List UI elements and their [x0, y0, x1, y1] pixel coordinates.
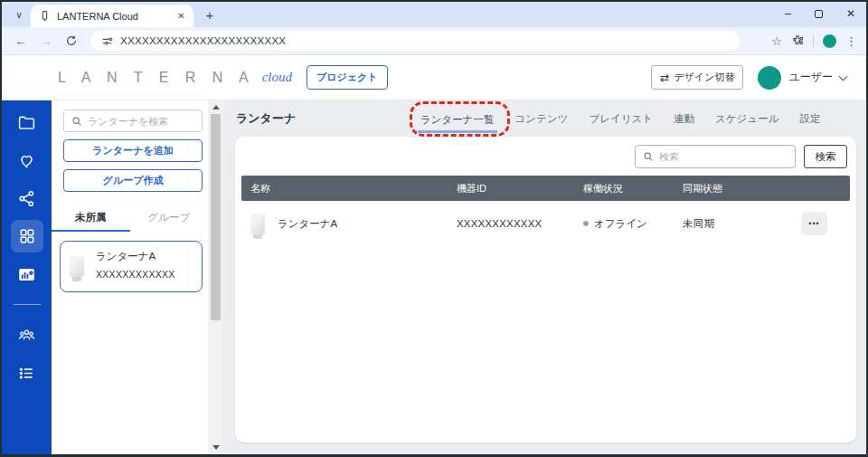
icon-rail [2, 100, 52, 454]
device-id: XXXXXXXXXXXX [96, 269, 175, 280]
browser-toolbar: ← → XXXXXXXXXXXXXXXXXXXXXXX ☆ ⋮ [2, 27, 866, 55]
row-sync-state: 未同期 [683, 217, 801, 231]
sidebar-item-share[interactable] [17, 188, 37, 208]
extensions-icon[interactable] [791, 34, 804, 47]
main-header: ランターナ ランターナ一覧 コンテンツ プレイリスト 連動 スケジュール 設定 [223, 100, 866, 137]
list-icon [17, 364, 36, 383]
device-list-item[interactable]: ランターナA XXXXXXXXXXXX [60, 241, 203, 292]
app-logo-cloud: cloud [262, 70, 292, 85]
tab-schedule[interactable]: スケジュール [715, 112, 778, 126]
sidebar-item-analytics[interactable] [17, 264, 37, 284]
tab-close-icon[interactable]: ✕ [175, 9, 188, 23]
table-search-input[interactable] [659, 151, 788, 162]
window-controls: – ✕ [785, 2, 861, 25]
bookmark-star-icon[interactable]: ☆ [771, 34, 782, 48]
table-row[interactable]: ランターナA XXXXXXXXXXXX オフライン 未同期 ••• [241, 201, 850, 246]
column-sync: 同期状態 [683, 182, 801, 195]
scrollbar-thumb[interactable] [211, 114, 221, 320]
search-button[interactable]: 検索 [804, 145, 847, 168]
browser-tab[interactable]: LANTERNA Cloud ✕ [31, 5, 193, 27]
tab-search-button[interactable]: ∨ [7, 5, 31, 24]
maximize-button[interactable] [815, 10, 823, 18]
scroll-down-icon[interactable] [208, 445, 223, 450]
device-name: ランターナA [96, 250, 175, 263]
offline-status-dot-icon [583, 221, 589, 226]
design-switch-button[interactable]: ⇄ デザイン切替 [651, 65, 743, 90]
tab-contents[interactable]: コンテンツ [515, 112, 569, 126]
sidebar-item-favorites[interactable] [17, 150, 37, 170]
sidebar-item-devices-active[interactable] [11, 220, 43, 252]
site-favicon-icon [39, 10, 51, 22]
panel-tabs: 未所属 グループ [52, 205, 208, 232]
ellipsis-icon: ••• [808, 219, 819, 228]
reload-button[interactable] [61, 31, 81, 51]
column-name: 名称 [250, 182, 457, 195]
row-menu-button[interactable]: ••• [801, 212, 827, 235]
lantern-device-icon [70, 256, 84, 277]
user-menu-label[interactable]: ユーザー [788, 70, 833, 85]
forward-button[interactable]: → [36, 31, 56, 51]
row-device-id: XXXXXXXXXXXX [457, 218, 583, 229]
heart-icon [17, 151, 36, 170]
tab-device-list[interactable]: ランターナ一覧 [420, 114, 495, 125]
reload-icon [65, 34, 78, 47]
sidebar-item-folder[interactable] [17, 112, 37, 132]
user-avatar[interactable] [758, 66, 781, 90]
panel-scrollbar[interactable] [208, 100, 223, 454]
share-icon [17, 189, 36, 208]
user-chevron-down-icon[interactable] [839, 71, 848, 81]
app-logo: L A N T E R N A [58, 70, 255, 86]
tab-group[interactable]: グループ [130, 205, 209, 232]
toolbar-divider [813, 34, 814, 47]
url-text[interactable]: XXXXXXXXXXXXXXXXXXXXXXX [120, 35, 286, 46]
chevron-down-icon: ∨ [15, 9, 23, 21]
lantern-device-icon [250, 214, 265, 234]
search-icon [71, 116, 82, 127]
column-device-id: 機器ID [457, 182, 583, 195]
device-search-box [63, 109, 203, 132]
close-button[interactable]: ✕ [846, 8, 855, 19]
scroll-up-icon[interactable] [208, 105, 223, 109]
row-status: オフライン [594, 217, 647, 231]
row-name-cell: ランターナA [250, 214, 457, 234]
main-content: ランターナ ランターナ一覧 コンテンツ プレイリスト 連動 スケジュール 設定 [223, 100, 866, 454]
rail-divider [14, 304, 41, 305]
sidebar-item-log[interactable] [17, 363, 37, 383]
design-switch-label: デザイン切替 [674, 71, 734, 84]
page-title: ランターナ [236, 110, 296, 127]
create-group-button[interactable]: グループ作成 [63, 169, 203, 192]
main-tabs: ランターナ一覧 コンテンツ プレイリスト 連動 スケジュール 設定 [420, 100, 820, 137]
search-icon [643, 151, 654, 162]
tab-device-list-wrap: ランターナ一覧 [420, 110, 495, 127]
toolbar-right: ☆ ⋮ [771, 34, 857, 48]
sidebar-item-users[interactable] [17, 325, 37, 345]
tab-playlist[interactable]: プレイリスト [589, 112, 653, 126]
active-tab-underline [418, 130, 497, 133]
browser-tab-strip: ∨ LANTERNA Cloud ✕ + – ✕ [2, 2, 866, 27]
browser-menu-icon[interactable]: ⋮ [845, 34, 857, 48]
tab-title: LANTERNA Cloud [57, 11, 168, 22]
table-toolbar: 検索 [235, 137, 856, 176]
project-button[interactable]: プロジェクト [307, 65, 388, 90]
row-status-cell: オフライン [583, 217, 683, 231]
minimize-button[interactable]: – [785, 8, 791, 19]
analytics-icon [17, 265, 36, 284]
device-search-input[interactable] [88, 116, 194, 127]
site-settings-icon[interactable] [101, 35, 113, 47]
table-search-box [635, 145, 796, 168]
app-header: L A N T E R N A cloud プロジェクト ⇄ デザイン切替 ユー… [2, 55, 866, 100]
device-table-card: 検索 名称 機器ID 稼働状況 同期状態 ランターナA XXXXXXXXXXXX [235, 137, 856, 443]
browser-profile-avatar[interactable] [823, 34, 836, 48]
new-tab-button[interactable]: + [199, 4, 221, 25]
device-info: ランターナA XXXXXXXXXXXX [96, 250, 175, 283]
back-button[interactable]: ← [11, 31, 31, 51]
folder-icon [17, 113, 36, 132]
tab-link[interactable]: 連動 [674, 112, 694, 126]
browser-window: ∨ LANTERNA Cloud ✕ + – ✕ ← → XXXXXXXXXXX… [0, 0, 868, 457]
device-panel: ランターナを追加 グループ作成 未所属 グループ ランターナA XXXXXXXX… [52, 100, 208, 454]
address-bar[interactable]: XXXXXXXXXXXXXXXXXXXXXXX [90, 31, 740, 51]
tab-settings[interactable]: 設定 [799, 112, 820, 126]
people-icon [17, 326, 36, 345]
add-device-button[interactable]: ランターナを追加 [63, 139, 203, 162]
tab-unassigned[interactable]: 未所属 [52, 205, 130, 232]
